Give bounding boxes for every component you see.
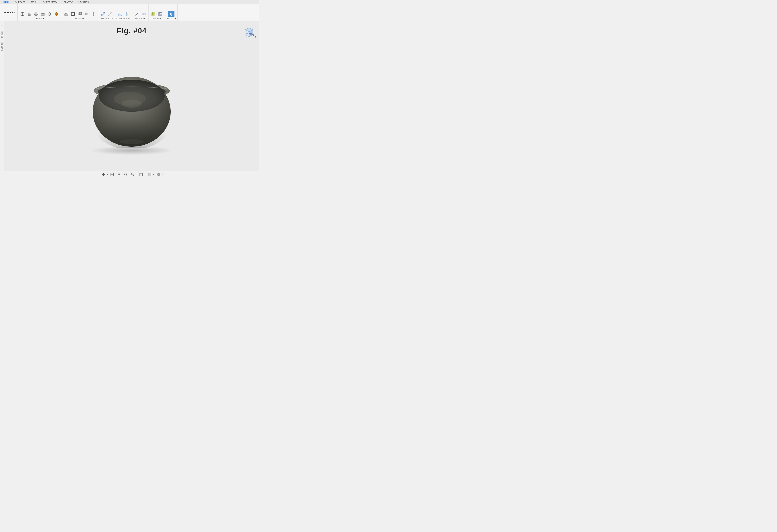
canvas-icon[interactable] [157, 11, 163, 17]
svg-rect-90 [141, 174, 142, 175]
insert-icon[interactable] [150, 11, 157, 17]
svg-line-38 [135, 13, 138, 15]
extrude-icon[interactable] [26, 11, 32, 17]
svg-line-83 [133, 175, 134, 176]
offset-icon[interactable] [83, 11, 90, 17]
insert-label[interactable]: INSERT ▾ [152, 18, 161, 20]
revolve-icon[interactable] [33, 11, 39, 17]
tab-utilities[interactable]: UTILITIES [78, 1, 90, 4]
tab-solid[interactable]: SOLID [2, 0, 10, 4]
tab-mesh[interactable]: MESH [30, 1, 38, 4]
nav-cube[interactable]: Z X FRONT RIGHT [241, 23, 257, 39]
tab-sheet-metal[interactable]: SHEET METAL [42, 1, 59, 4]
bowl-3d [80, 52, 184, 148]
fit-view-icon[interactable] [110, 172, 115, 177]
svg-marker-22 [93, 12, 94, 13]
orbit-icon[interactable] [101, 172, 106, 177]
layout-dropdown[interactable]: ▾ [162, 173, 163, 175]
inspect-icons [134, 11, 147, 17]
inspect-label[interactable]: INSPECT ▾ [135, 18, 145, 20]
display-mode-icon[interactable] [138, 172, 144, 177]
tab-surface[interactable]: SURFACE [14, 1, 26, 4]
sphere-icon[interactable] [53, 11, 60, 17]
svg-marker-4 [28, 12, 30, 14]
svg-rect-45 [152, 12, 155, 15]
zoom-icon[interactable] [130, 172, 135, 177]
select-icon[interactable] [168, 11, 175, 17]
svg-rect-43 [142, 13, 144, 15]
tab-plastic[interactable]: PLASTIC [63, 1, 74, 4]
svg-rect-87 [140, 173, 141, 174]
joint-origin-icon[interactable] [107, 11, 113, 17]
shell-icon[interactable] [70, 11, 76, 17]
svg-marker-25 [94, 14, 95, 14]
section-icon[interactable] [140, 11, 147, 17]
svg-point-68 [122, 100, 142, 108]
svg-point-47 [159, 13, 160, 14]
hole-icon[interactable] [39, 11, 46, 17]
svg-rect-88 [141, 173, 142, 174]
svg-marker-72 [103, 173, 104, 174]
svg-marker-75 [104, 174, 105, 175]
svg-line-80 [126, 175, 127, 176]
svg-marker-13 [65, 12, 67, 14]
insert-icons [150, 11, 163, 17]
viewport[interactable]: Fig. #04 Z X FRONT RIGHT [4, 21, 259, 171]
grid-toggle-icon[interactable] [147, 172, 152, 177]
design-dropdown[interactable]: DESIGN ▾ [0, 4, 18, 21]
construct-label[interactable]: CONSTRUCT ▾ [116, 18, 130, 20]
browser-label[interactable]: BROWSER [1, 28, 3, 40]
svg-rect-96 [157, 173, 158, 174]
inspect-section: INSPECT ▾ [132, 4, 149, 21]
move-icon[interactable] [90, 11, 97, 17]
assemble-section: ASSEMBLE ▾ [98, 4, 115, 21]
sidebar-expand-arrow[interactable]: » [1, 24, 3, 27]
svg-point-7 [42, 13, 44, 14]
svg-rect-91 [148, 173, 151, 176]
grid-dropdown[interactable]: ▾ [153, 173, 154, 175]
svg-point-11 [55, 12, 58, 16]
svg-marker-49 [170, 12, 173, 16]
zoom-fit-icon[interactable] [123, 172, 128, 177]
push-pull-icon[interactable] [63, 11, 69, 17]
toolbar: DESIGN ▾ [0, 4, 259, 21]
select-section: SELECT ▾ [165, 4, 178, 21]
assemble-icons [100, 11, 113, 17]
new-body-icon[interactable] [19, 11, 26, 17]
svg-marker-74 [102, 174, 103, 175]
z-axis-label: Z [250, 24, 251, 26]
svg-rect-3 [28, 14, 30, 16]
modify-label[interactable]: MODIFY ▾ [75, 18, 84, 20]
svg-rect-19 [86, 13, 87, 15]
assemble-label[interactable]: ASSEMBLE ▾ [101, 18, 113, 20]
measure-icon[interactable] [134, 11, 140, 17]
layout-icon[interactable] [156, 172, 161, 177]
plane-icon[interactable] [117, 11, 123, 17]
svg-marker-9 [48, 13, 49, 15]
combine-icon[interactable] [77, 11, 83, 17]
tab-row: SOLID SURFACE MESH SHEET METAL PLASTIC U… [0, 0, 259, 4]
modify-icons [63, 11, 97, 17]
display-dropdown[interactable]: ▾ [144, 173, 145, 175]
create-label[interactable]: CREATE ▾ [35, 18, 44, 20]
comments-label[interactable]: COMMENTS [1, 40, 3, 53]
construct-icons [117, 11, 130, 17]
svg-rect-17 [79, 12, 82, 15]
svg-rect-99 [158, 174, 160, 176]
svg-rect-89 [140, 174, 141, 175]
mirror-icon[interactable] [46, 11, 53, 17]
modify-section: MODIFY ▾ [62, 4, 98, 21]
x-axis-label: X [255, 37, 256, 39]
svg-marker-34 [119, 12, 120, 13]
svg-rect-98 [157, 174, 158, 176]
joint-icon[interactable] [100, 11, 106, 17]
select-label[interactable]: SELECT ▾ [167, 18, 176, 20]
svg-point-29 [108, 15, 109, 16]
svg-point-27 [103, 12, 105, 14]
svg-point-69 [120, 139, 144, 144]
orbit-dropdown[interactable]: ▾ [107, 173, 108, 175]
svg-rect-97 [158, 173, 160, 174]
construct-section: CONSTRUCT ▾ [115, 4, 132, 21]
axis-icon[interactable] [123, 11, 130, 17]
pan-icon[interactable] [116, 172, 121, 177]
